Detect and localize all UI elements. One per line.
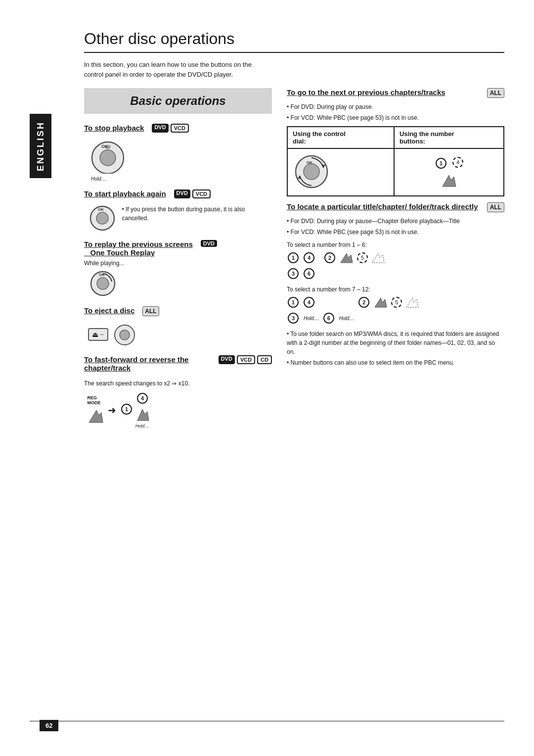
- num-hand-svg: [440, 173, 457, 188]
- next-prev-bullets: For DVD: During play or pause. For VCD: …: [287, 102, 504, 122]
- start-dial-svg: OK: [89, 205, 116, 232]
- bullet-dvd-locate: For DVD: During play or pause—Chapter Be…: [287, 217, 504, 226]
- section-next-prev: To go to the next or previous chapters/t…: [287, 88, 504, 196]
- num-btn-4-dashed: 4: [452, 157, 463, 168]
- num-4-ff: 4: [137, 393, 148, 404]
- svg-point-5: [96, 212, 108, 224]
- dvd-badge: DVD: [152, 124, 168, 133]
- hand-2-svg: [339, 252, 354, 264]
- eject-heading-row: To eject a disc ALL: [84, 306, 272, 320]
- basic-ops-label: Basic operations: [130, 94, 225, 107]
- next-prev-heading: To go to the next or previous chapters/t…: [287, 88, 445, 96]
- fastfwd-heading: To fast-forward or reverse the chapter/t…: [84, 355, 211, 372]
- reg-mode-illus: REGMODE: [84, 395, 104, 425]
- num-grid-1-6: 1 4 2 5: [287, 251, 386, 280]
- bullet-item: If you press the button during pause, it…: [122, 205, 272, 223]
- col2-content: 1 4: [394, 148, 504, 196]
- num-btns-row: 1 4: [435, 157, 463, 170]
- two-col-layout: Basic operations To stop playback DVD VC…: [84, 88, 504, 436]
- stop-dial-svg: OK: [89, 139, 129, 174]
- replay-heading-row: To replay the previous screens One Touch…: [84, 240, 272, 257]
- dvd-badge-ff: DVD: [219, 355, 235, 364]
- num-btn-1: 1: [436, 158, 446, 169]
- vcd-badge-ff: VCD: [237, 355, 255, 364]
- fastfwd-illustration: REGMODE ➜ 1: [84, 392, 272, 428]
- replay-formats: DVD: [201, 240, 217, 247]
- replay-dial-svg: OK: [89, 270, 119, 297]
- btn-11-dashed: 5: [391, 297, 402, 308]
- page: ENGLISH Other disc operations In this se…: [0, 0, 534, 756]
- language-tab: ENGLISH: [30, 114, 51, 178]
- main-content: Other disc operations In this section, y…: [84, 30, 504, 436]
- btn-4: 4: [304, 252, 314, 263]
- svg-text:OK: OK: [307, 160, 312, 165]
- svg-point-3: [105, 145, 111, 149]
- fastfwd-formats: DVD VCD CD: [219, 355, 272, 364]
- section-fastfwd: To fast-forward or reverse the chapter/t…: [84, 355, 272, 428]
- replay-subtext: While playing...: [84, 259, 272, 268]
- ff-hold-hand: [135, 407, 150, 422]
- dvd-badge-3: DVD: [201, 240, 217, 247]
- eject-arrow: ↔: [99, 331, 104, 337]
- left-column: Basic operations To stop playback DVD VC…: [84, 88, 272, 436]
- start-playback-content: OK If you press the button during pause,…: [89, 205, 272, 232]
- num-row-8: 2 5: [357, 296, 420, 309]
- eject-illustration: ⏏ ↔: [88, 323, 272, 347]
- dvd-badge-2: DVD: [174, 189, 190, 198]
- start-playback-bullets: If you press the button during pause, it…: [122, 205, 272, 225]
- svg-point-13: [304, 164, 319, 180]
- btn-2: 2: [324, 252, 335, 263]
- num-row-3: 3 6: [287, 267, 320, 280]
- ff-hand-svg: [84, 405, 104, 425]
- replay-heading: To replay the previous screens One Touch…: [84, 240, 193, 257]
- start-formats: DVD VCD: [174, 189, 211, 198]
- control-dial-svg: OK: [293, 153, 330, 190]
- section-eject: To eject a disc ALL ⏏ ↔: [84, 306, 272, 347]
- btn-9: 3: [288, 313, 299, 324]
- bullet-folder-search: To use folder search on MP3/WMA discs, i…: [287, 330, 504, 356]
- num-1-ff: 1: [121, 404, 132, 415]
- vcd-badge: VCD: [171, 124, 189, 133]
- stop-playback-formats: DVD VCD: [152, 124, 188, 133]
- num-buttons-illus: 1 4: [400, 157, 498, 188]
- replay-illustration: OK: [89, 270, 272, 298]
- btn-10: 4: [304, 297, 314, 308]
- stop-playback-illustration: OK Hold....: [89, 139, 272, 182]
- bottom-divider: [30, 721, 504, 721]
- btn-3: 3: [288, 268, 299, 279]
- col2-header: Using the numberbuttons:: [394, 127, 504, 148]
- btn-6: 6: [304, 268, 314, 279]
- all-badge-3: ALL: [487, 202, 504, 212]
- locate-heading: To locate a particular title/chapter/ fo…: [287, 202, 478, 211]
- intro-text: In this section, you can learn how to us…: [84, 60, 272, 79]
- btn-5-dashed: 5: [357, 252, 368, 263]
- num-grid-7-12: 1 4 2 5: [287, 296, 386, 325]
- all-badge: ALL: [142, 306, 159, 316]
- locate-header: To locate a particular title/chapter/ fo…: [287, 202, 504, 215]
- col1-content: OK: [287, 148, 394, 196]
- stop-playback-heading: To stop playback: [84, 124, 144, 132]
- eject-button-illus: ⏏ ↔: [88, 328, 108, 341]
- btn-12: 6: [323, 313, 334, 324]
- svg-text:OK: OK: [98, 207, 104, 212]
- reg-label: REGMODE: [88, 395, 101, 405]
- replay-heading-text: To replay the previous screens One Touch…: [84, 240, 193, 257]
- ff-num-btns: 1 4 Hold....: [120, 392, 150, 428]
- fastfwd-heading-row: To fast-forward or reverse the chapter/t…: [84, 355, 272, 377]
- hold-text-ff2: Hold....: [135, 424, 150, 428]
- section-heading-row: To stop playback DVD VCD: [84, 124, 272, 137]
- btn-7: 1: [288, 297, 299, 308]
- next-prev-header: To go to the next or previous chapters/t…: [287, 88, 504, 100]
- svg-point-11: [120, 330, 130, 340]
- hand-11-svg: [405, 296, 420, 309]
- page-title: Other disc operations: [84, 30, 504, 53]
- basic-ops-header: Basic operations: [84, 88, 272, 114]
- bullet-vcd-next: For VCD: While PBC (see page 53) is not …: [287, 113, 504, 122]
- bullet-number-buttons: Number buttons can also use to select it…: [287, 358, 504, 367]
- btn-8: 2: [358, 297, 369, 308]
- vcd-badge-2: VCD: [192, 189, 211, 198]
- num-row-7: 1 4: [287, 296, 355, 309]
- svg-point-1: [100, 150, 116, 166]
- hold-label-6: Hold....: [339, 316, 355, 321]
- all-badge-2: ALL: [487, 88, 504, 98]
